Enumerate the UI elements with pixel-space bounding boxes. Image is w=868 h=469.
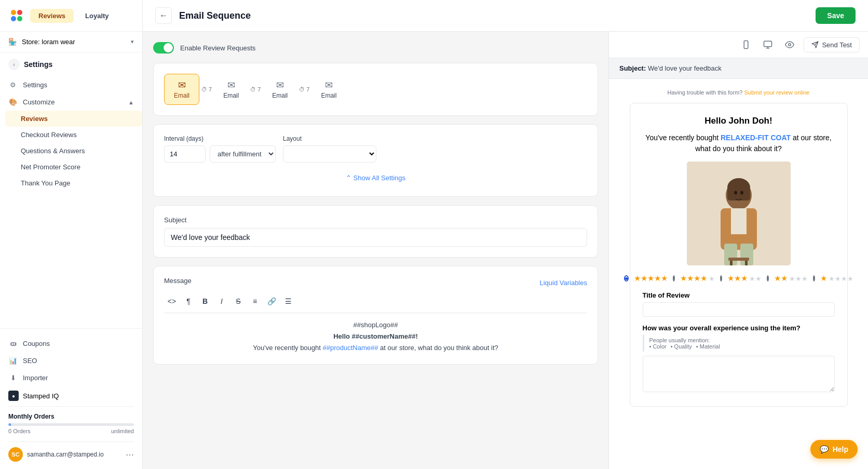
radio-5star[interactable] bbox=[624, 275, 629, 282]
email-sequence-card: ✉ Email ⏱ 7 ✉ Email ⏱ bbox=[153, 63, 598, 116]
collapse-btn[interactable]: ‹ bbox=[8, 59, 20, 70]
coupons-label: Coupons bbox=[23, 340, 50, 347]
5-star-group[interactable]: ★★★★★ bbox=[634, 274, 668, 283]
sidebar-item-thank-you-page[interactable]: Thank You Page bbox=[5, 175, 142, 191]
editor-toolbar: <> ¶ B I S ≡ 🔗 ☰ bbox=[164, 294, 587, 313]
svg-point-25 bbox=[740, 191, 743, 195]
svg-point-3 bbox=[17, 16, 22, 21]
sidebar-item-questions-answers[interactable]: Questions & Answers bbox=[5, 143, 142, 159]
sidebar-item-settings[interactable]: ⚙ Settings bbox=[0, 76, 142, 93]
back-button[interactable]: ← bbox=[155, 7, 172, 24]
eye-preview-btn[interactable] bbox=[782, 37, 797, 52]
sidebar-item-net-promoter-score[interactable]: Net Promoter Score bbox=[5, 159, 142, 175]
star-gold-3: ★★★ bbox=[727, 274, 748, 283]
show-all-settings-link[interactable]: Show All Settings bbox=[164, 170, 587, 186]
radio-4star[interactable] bbox=[673, 275, 675, 282]
seo-icon: 📊 bbox=[8, 357, 18, 365]
sidebar-item-seo[interactable]: 📊 SEO bbox=[8, 352, 134, 369]
body-text: You've recently bought ##productName## a… bbox=[164, 342, 587, 354]
clock-icon-1: ⏱ bbox=[201, 86, 207, 92]
review-textarea[interactable] bbox=[643, 356, 835, 392]
subject-label: Subject bbox=[164, 216, 587, 224]
app-logo bbox=[8, 7, 25, 24]
enable-toggle[interactable] bbox=[153, 42, 174, 53]
sidebar-item-coupons[interactable]: 🎟 Coupons bbox=[8, 335, 134, 352]
email-step-2[interactable]: ✉ Email bbox=[214, 74, 248, 104]
3-star-group[interactable]: ★★★★★ bbox=[727, 274, 762, 283]
toolbar-bold-btn[interactable]: B bbox=[197, 294, 213, 309]
email-step-1[interactable]: ✉ Email bbox=[164, 74, 199, 105]
stamped-iq-label: Stamped IQ bbox=[23, 392, 59, 400]
editor-content[interactable]: ##shopLogo## Hello ##customerName##! You… bbox=[164, 319, 587, 354]
page-title: Email Sequence bbox=[179, 10, 808, 21]
step-connector-3: ⏱ 7 bbox=[297, 86, 311, 92]
preview-trouble: Having trouble with this form? Submit yo… bbox=[619, 89, 858, 96]
submit-review-link[interactable]: Submit your review online bbox=[744, 89, 810, 96]
svg-point-1 bbox=[17, 10, 22, 15]
help-icon: 💬 bbox=[820, 445, 829, 453]
save-button[interactable]: Save bbox=[816, 7, 856, 24]
sidebar: Reviews Loyalty 🏪 Store: loram wear ▾ ‹ … bbox=[0, 0, 143, 469]
toolbar-link-btn[interactable]: 🔗 bbox=[264, 294, 279, 309]
interval-input[interactable] bbox=[164, 145, 206, 163]
svg-point-24 bbox=[734, 191, 737, 195]
email-step-4[interactable]: ✉ Email bbox=[311, 74, 346, 104]
svg-rect-4 bbox=[744, 41, 749, 49]
toolbar-italic-btn[interactable]: I bbox=[214, 294, 229, 309]
subject-card: Subject bbox=[153, 205, 598, 258]
loyalty-tab[interactable]: Loyalty bbox=[77, 9, 117, 23]
reviews-tab[interactable]: Reviews bbox=[30, 9, 74, 23]
product-link[interactable]: RELAXED-FIT COAT bbox=[721, 133, 791, 142]
sidebar-item-checkout-reviews[interactable]: Checkout Reviews bbox=[5, 127, 142, 143]
mobile-preview-btn[interactable] bbox=[738, 37, 754, 52]
overall-exp-label: How was your overall experience using th… bbox=[643, 324, 835, 332]
sidebar-item-importer[interactable]: ⬇ Importer bbox=[8, 369, 134, 386]
radio-2star[interactable] bbox=[767, 275, 769, 282]
tag-color: • Color bbox=[649, 343, 667, 350]
sidebar-item-reviews[interactable]: Reviews bbox=[5, 111, 142, 127]
toggle-thumb bbox=[164, 43, 173, 52]
user-menu-btn[interactable]: ⋯ bbox=[126, 450, 134, 460]
title-of-review-input[interactable] bbox=[643, 302, 835, 317]
message-card: Message Liquid Variables <> ¶ B I S ≡ 🔗 … bbox=[153, 266, 598, 365]
store-selector[interactable]: 🏪 Store: loram wear ▾ bbox=[0, 32, 142, 52]
email-steps: ✉ Email ⏱ 7 ✉ Email ⏱ bbox=[164, 74, 587, 105]
sidebar-item-customize[interactable]: 🎨 Customize ▲ bbox=[0, 93, 142, 111]
toolbar-list-btn[interactable]: ≡ bbox=[247, 294, 263, 309]
star-gold-5: ★ bbox=[820, 274, 827, 283]
email-step-3[interactable]: ✉ Email bbox=[263, 74, 297, 104]
subject-input[interactable] bbox=[164, 228, 587, 247]
2-star-group[interactable]: ★★★★★ bbox=[774, 274, 808, 283]
connector-val-2: 7 bbox=[257, 86, 261, 92]
preview-body: Having trouble with this form? Submit yo… bbox=[609, 79, 868, 469]
mention-tags: • Color • Quality • Material bbox=[649, 343, 835, 350]
email-step-label-3: Email bbox=[272, 92, 288, 99]
orders-progress-fill bbox=[8, 423, 11, 426]
email-icon-2: ✉ bbox=[227, 79, 235, 91]
shop-logo-var: ##shopLogo## bbox=[164, 319, 587, 331]
orders-current: 0 Orders bbox=[8, 428, 31, 434]
review-form: Title of Review How was your overall exp… bbox=[643, 291, 835, 394]
toolbar-code-btn[interactable]: <> bbox=[164, 294, 180, 309]
liquid-vars-link[interactable]: Liquid Variables bbox=[539, 279, 587, 287]
1-star-group[interactable]: ★★★★★ bbox=[820, 274, 853, 283]
svg-rect-6 bbox=[764, 41, 772, 47]
help-button[interactable]: 💬 Help bbox=[810, 440, 858, 459]
toolbar-align-btn[interactable]: ☰ bbox=[280, 294, 296, 309]
layout-select[interactable] bbox=[283, 145, 376, 163]
toolbar-strikethrough-btn[interactable]: S bbox=[230, 294, 246, 309]
interval-field: Interval (days) after fulfillment bbox=[164, 135, 276, 163]
mention-hint: People usually mention: • Color • Qualit… bbox=[643, 335, 835, 352]
4-star-group[interactable]: ★★★★★ bbox=[680, 274, 715, 283]
settings-section-header[interactable]: ‹ Settings bbox=[0, 52, 142, 76]
help-label: Help bbox=[833, 445, 848, 453]
send-test-button[interactable]: Send Test bbox=[804, 37, 860, 52]
sidebar-item-stamped-iq[interactable]: ● Stamped IQ bbox=[8, 386, 134, 405]
customize-sub-nav: Reviews Checkout Reviews Questions & Ans… bbox=[0, 111, 142, 191]
fulfillment-select[interactable]: after fulfillment bbox=[210, 145, 276, 163]
bought-prefix: You've recently bought bbox=[645, 133, 718, 142]
radio-3star[interactable] bbox=[720, 275, 722, 282]
radio-1star[interactable] bbox=[813, 275, 815, 282]
toolbar-paragraph-btn[interactable]: ¶ bbox=[181, 294, 196, 309]
desktop-preview-btn[interactable] bbox=[760, 37, 776, 52]
